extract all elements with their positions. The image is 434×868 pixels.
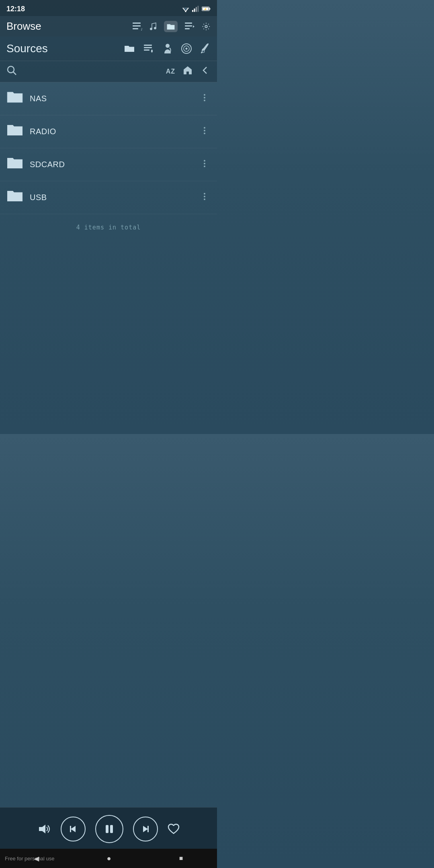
- search-bar: AZ: [0, 61, 217, 82]
- svg-point-27: [166, 44, 170, 48]
- more-options-icon[interactable]: [199, 92, 211, 106]
- disc-icon[interactable]: [181, 43, 192, 54]
- svg-marker-22: [193, 25, 194, 28]
- svg-point-43: [204, 193, 205, 194]
- folder-item-icon: [6, 123, 23, 141]
- search-icon[interactable]: [6, 65, 17, 78]
- svg-point-4: [185, 11, 186, 12]
- svg-rect-10: [209, 8, 210, 10]
- search-left: [6, 65, 162, 78]
- page-title: Browse: [6, 20, 129, 33]
- svg-point-18: [154, 27, 156, 29]
- more-options-icon[interactable]: [199, 190, 211, 205]
- list-item[interactable]: NAS: [0, 82, 217, 115]
- folder-source-icon[interactable]: [124, 44, 135, 53]
- file-name: NAS: [30, 94, 192, 103]
- playlist-icon[interactable]: [185, 23, 194, 31]
- search-right: AZ: [166, 65, 211, 78]
- svg-rect-5: [192, 10, 193, 12]
- svg-point-44: [204, 196, 205, 197]
- toolbar-icons: ♪: [133, 21, 211, 32]
- svg-point-36: [204, 100, 205, 101]
- more-options-icon[interactable]: [199, 158, 211, 172]
- folder-item-icon: [6, 188, 23, 207]
- artist-icon[interactable]: [162, 43, 173, 54]
- svg-rect-8: [198, 6, 199, 12]
- svg-rect-25: [144, 47, 152, 48]
- svg-text:♪: ♪: [141, 27, 142, 31]
- back-nav-icon[interactable]: [200, 65, 211, 78]
- svg-point-37: [204, 127, 205, 129]
- folder-item-icon: [6, 156, 23, 174]
- sources-icons: [124, 43, 211, 55]
- svg-rect-24: [144, 45, 152, 46]
- list-item[interactable]: SDCARD: [0, 148, 217, 181]
- battery-icon: ⚡: [202, 6, 211, 12]
- list-item[interactable]: RADIO: [0, 115, 217, 148]
- svg-rect-7: [196, 7, 197, 12]
- svg-point-32: [8, 66, 14, 73]
- item-count: 4 items in total: [0, 214, 217, 241]
- home-nav-icon[interactable]: [182, 65, 193, 78]
- guitar-icon[interactable]: [200, 43, 211, 55]
- svg-rect-19: [185, 23, 192, 24]
- status-icons: ⚡: [182, 6, 211, 12]
- svg-rect-26: [144, 49, 149, 51]
- queue-icon[interactable]: ♪: [133, 23, 142, 31]
- top-toolbar: Browse ♪: [0, 16, 217, 37]
- file-name: RADIO: [30, 127, 192, 136]
- svg-rect-13: [133, 23, 141, 24]
- file-name: SDCARD: [30, 160, 192, 169]
- svg-rect-20: [185, 25, 192, 27]
- svg-point-39: [204, 133, 205, 134]
- status-time: 12:18: [6, 5, 25, 13]
- sources-header: Sources: [0, 37, 217, 61]
- svg-rect-21: [185, 28, 190, 29]
- svg-point-35: [204, 97, 205, 98]
- sort-az-label[interactable]: AZ: [166, 68, 175, 75]
- svg-point-31: [202, 50, 205, 53]
- svg-line-33: [13, 72, 16, 75]
- folder-browse-icon[interactable]: [164, 21, 178, 32]
- svg-text:⚡: ⚡: [204, 8, 207, 11]
- folder-item-icon: [6, 90, 23, 108]
- list-item[interactable]: USB: [0, 181, 217, 214]
- music-note-icon[interactable]: [149, 22, 157, 31]
- signal-icon: [192, 6, 199, 12]
- wifi-icon: [182, 6, 190, 12]
- svg-rect-14: [133, 25, 141, 27]
- more-options-icon[interactable]: [199, 125, 211, 139]
- file-list: NAS RADIO: [0, 82, 217, 214]
- file-name: USB: [30, 193, 192, 202]
- svg-point-41: [204, 163, 205, 164]
- svg-point-34: [204, 94, 205, 96]
- svg-point-40: [204, 160, 205, 162]
- svg-rect-6: [194, 8, 195, 12]
- svg-point-17: [150, 28, 152, 30]
- svg-point-42: [204, 166, 205, 167]
- svg-rect-15: [133, 28, 138, 29]
- svg-point-30: [186, 48, 188, 50]
- status-bar: 12:18 ⚡: [0, 0, 217, 16]
- svg-point-38: [204, 130, 205, 131]
- favorites-list-icon[interactable]: [143, 44, 154, 53]
- svg-point-45: [204, 199, 205, 200]
- svg-point-23: [205, 25, 207, 28]
- settings-icon[interactable]: [202, 22, 211, 31]
- sources-title: Sources: [6, 42, 124, 55]
